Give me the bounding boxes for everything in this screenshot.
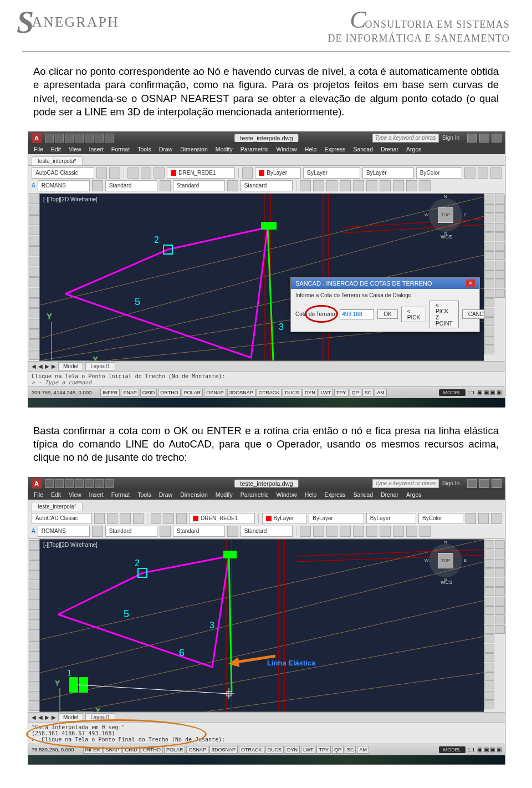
ribbon-icon[interactable] [464,167,475,179]
document-tab[interactable]: teste_interpola* [32,502,83,511]
left-toolbar[interactable] [28,194,40,361]
menu-dimension[interactable]: Dimension [180,491,208,498]
menu-insert[interactable]: Insert [89,491,104,498]
ribbon-icon[interactable] [340,180,351,191]
menu-drenar[interactable]: Drenar [381,491,398,498]
ribbon-icon[interactable] [242,167,253,179]
ribbon-icon[interactable] [141,167,152,179]
command-input[interactable]: >_- Type a command [32,379,502,385]
ribbon-icon[interactable] [380,180,391,191]
sign-in-link[interactable]: Sign In [442,480,459,486]
keyword-search-input[interactable] [372,134,439,143]
workspace-combo[interactable]: AutoCAD Classic [32,167,94,179]
menu-window[interactable]: Window [276,146,296,152]
plotstyle-combo[interactable]: ByColor [418,513,463,524]
menu-parametric[interactable]: Parametric [241,146,269,152]
right-toolbar[interactable] [484,194,505,361]
window-buttons[interactable] [467,134,502,143]
ribbon-icon[interactable] [353,180,364,191]
right-toolbar[interactable] [484,539,505,712]
linetype-combo[interactable]: ByLayer [303,167,360,179]
menu-help[interactable]: Help [305,491,317,498]
menu-draw[interactable]: Draw [159,491,173,498]
close-icon[interactable]: × [466,279,475,287]
drawing-viewport[interactable]: [-][Top][2D Wireframe] [39,194,485,361]
view-cube[interactable]: NSEW TOP [429,199,462,232]
quick-access-toolbar[interactable] [45,134,114,143]
command-panel[interactable]: Clique na Tela o Ponto Inicial do Trecho… [28,372,505,387]
menu-file[interactable]: File [34,146,43,152]
menu-argos[interactable]: Argos [406,491,421,498]
left-toolbar[interactable] [28,539,40,712]
layer-combo[interactable]: DREN_REDE1 [167,167,234,179]
menu-format[interactable]: Format [111,491,130,498]
menu-insert[interactable]: Insert [89,146,104,152]
drawing-viewport[interactable]: [-][Top][2D Wireframe] [39,539,485,712]
ribbon-icon[interactable] [366,180,377,191]
menu-argos[interactable]: Argos [406,146,421,152]
menu-sancad[interactable]: Sancad [353,146,373,152]
menu-edit[interactable]: Edit [51,491,61,498]
viewcube-face[interactable]: TOP [438,207,453,223]
menu-edit[interactable]: Edit [51,146,61,152]
menu-bar[interactable]: File Edit View Insert Format Tools Draw … [28,144,505,154]
ribbon-icon[interactable] [393,180,404,191]
drafting-toggles[interactable]: INFER SNAP GRID ORTHO POLAR OSNAP 3DOSNA… [100,389,386,396]
tablestyle-combo[interactable]: Standard [173,180,225,191]
status-scale[interactable]: 1:1 [468,389,475,395]
status-scale[interactable]: 1:1 [468,746,475,753]
ribbon-icon[interactable] [227,180,238,191]
tab-model[interactable]: Model [58,362,83,370]
ribbon-icon[interactable] [109,167,120,179]
menu-file[interactable]: File [34,491,43,498]
color-combo[interactable]: ByLayer [255,167,301,179]
ribbon-icon[interactable] [406,180,417,191]
menu-dimension[interactable]: Dimension [180,146,208,152]
ribbon-icon[interactable] [92,180,103,191]
status-model[interactable]: MODEL [439,746,466,753]
sign-in-link[interactable]: Sign In [442,135,459,141]
keyword-search-input[interactable] [372,479,439,488]
mleaderstyle-combo[interactable]: Standard [241,526,293,537]
menu-view[interactable]: View [69,146,81,152]
quick-access-toolbar[interactable] [45,479,114,488]
viewcube-face[interactable]: TOP [438,553,453,568]
color-combo[interactable]: ByLayer [262,513,307,524]
menu-parametric[interactable]: Parametric [241,491,269,498]
tab-layout1[interactable]: Layout1 [85,362,115,370]
model-layout-tabs[interactable]: ◀◀▶▶ Model Layout1 [28,361,505,372]
cota-input[interactable] [340,309,374,319]
menu-modify[interactable]: Modify [216,146,233,152]
tablestyle-combo[interactable]: Standard [173,526,225,537]
document-tabbar[interactable]: teste_interpola* [28,154,505,166]
textstyle-combo[interactable]: ROMANS [38,526,90,537]
layer-combo[interactable]: DREN_REDE1 [189,513,255,524]
dimstyle-combo[interactable]: Standard [105,526,157,537]
menu-sancad[interactable]: Sancad [353,491,373,498]
ribbon-icon[interactable] [478,167,489,179]
ribbon-icon[interactable] [420,180,431,191]
ribbon-icon[interactable] [154,167,165,179]
menu-express[interactable]: Express [324,146,345,152]
view-cube[interactable]: NSEW TOP [429,544,462,577]
workspace-combo[interactable]: AutoCAD Classic [32,513,92,524]
menu-help[interactable]: Help [305,146,317,152]
menu-format[interactable]: Format [111,146,130,152]
app-icon[interactable]: A [32,133,42,143]
dimstyle-combo[interactable]: Standard [105,180,157,191]
menu-draw[interactable]: Draw [159,146,173,152]
lineweight-combo[interactable]: ByLayer [362,167,414,179]
menu-window[interactable]: Window [276,491,296,498]
ribbon-icon[interactable] [490,167,502,179]
menu-modify[interactable]: Modify [216,491,233,498]
ribbon-icon[interactable] [127,167,139,179]
menu-bar[interactable]: File Edit View Insert Format Tools Draw … [28,490,505,500]
ribbon-icon[interactable] [313,180,324,191]
cancel-button[interactable]: CANCELA [462,309,485,319]
menu-view[interactable]: View [69,491,81,498]
ribbon-icon[interactable] [160,180,171,191]
status-model[interactable]: MODEL [439,389,466,396]
plotstyle-combo[interactable]: ByColor [416,167,462,179]
ribbon-icon[interactable] [326,180,337,191]
pickz-button[interactable]: < PICK Z POINT [429,301,459,328]
